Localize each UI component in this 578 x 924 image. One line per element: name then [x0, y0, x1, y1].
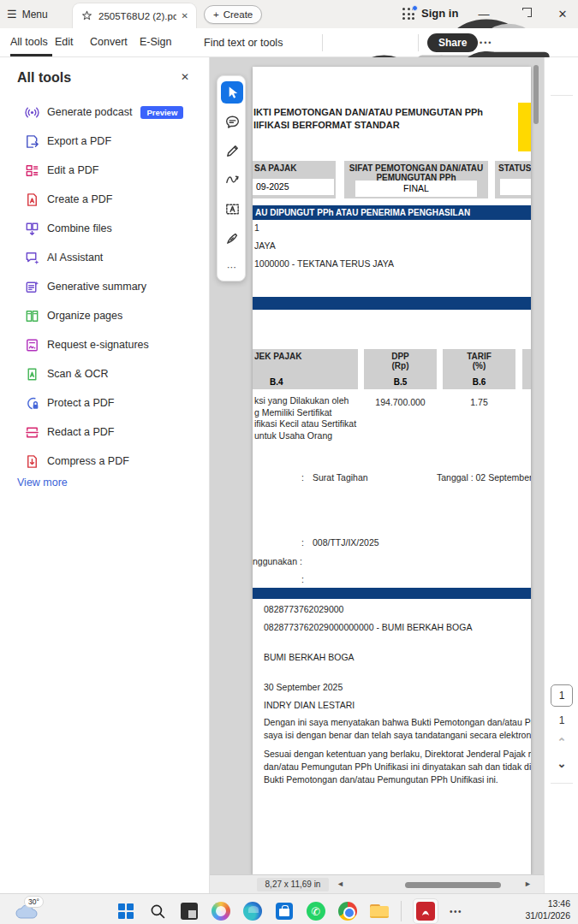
weather-widget[interactable]: 30° [9, 896, 65, 923]
save-button[interactable] [332, 34, 349, 51]
tab-close-icon[interactable]: ✕ [182, 11, 188, 21]
page-size-indicator: 8,27 x 11,69 in [257, 878, 329, 891]
rotate-page-button[interactable] [553, 791, 570, 808]
share-button[interactable]: Share [427, 33, 478, 52]
chrome-icon [338, 902, 357, 921]
cursor-icon [224, 85, 241, 101]
comments-panel-button[interactable] [553, 103, 570, 120]
whatsapp-button[interactable]: ✆ [306, 901, 326, 921]
tool-request-esignatures[interactable]: Request e-signatures [0, 330, 210, 359]
horizontal-scrollbar-thumb[interactable] [405, 882, 501, 888]
star-icon[interactable] [80, 9, 93, 22]
select-tool-button[interactable] [221, 81, 243, 104]
tool-organize-pages[interactable]: Organize pages [0, 301, 210, 330]
scroll-left-arrow[interactable]: ◄ [337, 880, 344, 888]
microsoft-store-button[interactable] [274, 901, 295, 921]
home-button[interactable] [51, 6, 69, 23]
tool-generate-podcast[interactable]: Generate podcast Preview [0, 98, 210, 127]
objek-line: ksi yang Dilakukan oleh [254, 395, 349, 406]
file-explorer-button[interactable] [369, 901, 390, 921]
notification-dot [412, 5, 418, 11]
tool-protect-pdf[interactable]: Protect a PDF [0, 388, 210, 418]
section-b-band [253, 297, 531, 310]
zoom-out-button[interactable] [553, 872, 570, 889]
previous-page-button[interactable]: ⌃ [545, 736, 578, 749]
doc-date-value: Tanggal : 02 September 2 [437, 472, 531, 483]
page-number-input[interactable]: 1 [551, 684, 573, 707]
vertical-scrollbar[interactable] [533, 57, 539, 874]
panel-close-icon[interactable]: ✕ [181, 71, 189, 83]
generative-summary-button[interactable] [553, 68, 570, 86]
tool-create-pdf[interactable]: Create a PDF [0, 185, 210, 214]
podcast-icon [24, 104, 40, 121]
objek-line: ifikasi Kecil atau Sertifikat [254, 418, 356, 429]
minimize-button[interactable]: — [473, 4, 495, 23]
acrobat-button[interactable] [413, 898, 438, 924]
clipped-header-cell [522, 349, 531, 389]
document-tab[interactable]: 2505T68U2 (2).pdf ✕ [72, 3, 197, 28]
tool-ai-assistant[interactable]: AI Assistant [0, 243, 210, 272]
page-thumbnails-button[interactable] [553, 163, 570, 180]
section-a-band: AU DIPUNGUT PPh ATAU PENERIMA PENGHASILA… [253, 205, 531, 220]
highlight-tool-button[interactable] [221, 139, 243, 162]
taskbar-search-button[interactable] [147, 901, 168, 921]
apps-button[interactable] [402, 8, 419, 24]
tarif-header-cell: TARIF (%) B.6 [443, 349, 515, 389]
vertical-scrollbar-thumb[interactable] [533, 65, 539, 124]
organize-pages-icon [24, 308, 40, 324]
tab-esign[interactable]: E-Sign [140, 36, 172, 48]
bookmarks-panel-button[interactable] [553, 133, 570, 150]
comment-tool-button[interactable] [221, 110, 243, 133]
tab-convert[interactable]: Convert [90, 36, 128, 48]
taskbar-clock[interactable]: 13:46 31/01/2026 [525, 897, 570, 921]
doc-title-line1: IKTI PEMOTONGAN DAN/ATAU PEMUNGUTAN PPh [253, 107, 483, 117]
text-select-tool-button[interactable] [221, 198, 243, 220]
page-view-button[interactable] [553, 819, 570, 836]
tab-edit[interactable]: Edit [55, 36, 74, 48]
tool-edit-pdf[interactable]: Edit a PDF [0, 156, 210, 185]
fill-sign-tool-button[interactable] [221, 227, 243, 249]
tool-combine-files[interactable]: Combine files [0, 214, 210, 243]
restore-button[interactable] [512, 4, 534, 23]
create-button[interactable]: + Create [204, 5, 262, 24]
draw-tool-button[interactable] [221, 169, 243, 191]
next-page-button[interactable]: ⌄ [545, 757, 578, 770]
copy-pages-icon [553, 163, 578, 291]
scroll-right-arrow[interactable]: ► [524, 880, 532, 888]
copilot-button[interactable] [211, 901, 231, 921]
colon: : [301, 472, 304, 483]
objek-pajak-header-cell: JEK PAJAK B.4 [253, 349, 358, 389]
toolbar-divider [322, 34, 323, 51]
view-more-link[interactable]: View more [17, 477, 68, 489]
c-nitku: 0828773762029000000000 - BUMI BERKAH BOG… [264, 622, 472, 632]
tool-export-pdf[interactable]: Export a PDF [0, 127, 210, 156]
upload-cloud-button[interactable] [361, 34, 378, 51]
tool-scan-ocr[interactable]: Scan & OCR [0, 359, 210, 388]
start-button[interactable] [116, 901, 136, 921]
more-options-button[interactable]: ••• [480, 38, 492, 47]
taskbar-overflow-button[interactable]: ••• [450, 907, 462, 916]
search-button[interactable] [262, 34, 279, 51]
menu-button[interactable]: ☰ Menu [7, 5, 48, 23]
close-button[interactable]: ✕ [551, 4, 574, 23]
edge-button[interactable] [242, 901, 263, 921]
print-button[interactable] [390, 34, 408, 51]
notifications-button[interactable] [380, 6, 396, 22]
more-tools-button[interactable]: ⋯ [221, 256, 243, 278]
chrome-button[interactable] [337, 901, 358, 921]
help-button[interactable] [358, 6, 374, 22]
tool-redact-pdf[interactable]: Redact a PDF [0, 418, 210, 447]
tab-all-tools[interactable]: All tools [10, 36, 48, 48]
date-label: 31/01/2026 [525, 909, 570, 921]
tool-generative-summary[interactable]: Generative summary [0, 272, 210, 301]
c-name: BUMI BERKAH BOGA [264, 652, 355, 662]
doc-number-value: 008/TTJ/IX/2025 [313, 537, 379, 548]
pdf-page: IKTI PEMOTONGAN DAN/ATAU PEMUNGUTAN PPh … [253, 67, 531, 874]
zoom-in-button[interactable] [553, 846, 570, 863]
sign-in-button[interactable]: Sign in [421, 7, 458, 20]
ai-assistant-button[interactable] [293, 34, 310, 51]
task-view-button[interactable] [179, 901, 200, 921]
status-cell: STATUS [495, 161, 531, 198]
tool-compress-pdf[interactable]: Compress a PDF [0, 447, 210, 476]
taskbar-divider [401, 901, 402, 921]
